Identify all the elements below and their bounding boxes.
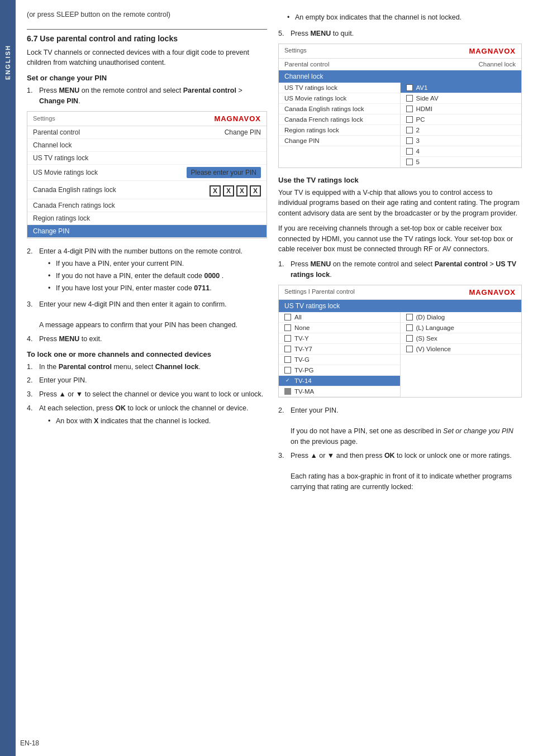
- tr-l: (L) Language: [401, 323, 522, 333]
- cl-region: Region ratings lock: [279, 125, 400, 136]
- checkbox-none: [284, 324, 291, 331]
- left-column: (or press SLEEP button on the remote con…: [27, 10, 267, 745]
- tr-tv-14: TV-14: [279, 376, 400, 386]
- settings-row-channel-lock: Channel lock: [27, 139, 266, 152]
- tr-tv-g: TV-G: [279, 355, 400, 365]
- lock-step-3: 3. Press ▲ or ▼ to select the channel or…: [27, 389, 267, 400]
- top-bullets: An empty box indicates that the channel …: [278, 12, 522, 23]
- use-tv-ratings-heading: Use the TV ratings lock: [278, 176, 522, 184]
- tv-ratings-panel-header: Settings I Parental control MAGNAVOX: [279, 285, 521, 300]
- tv-ratings-right: (D) Dialog (L) Language (S) Sex (V) Viol…: [401, 312, 522, 397]
- tv-ratings-panel: Settings I Parental control MAGNAVOX US …: [278, 285, 522, 398]
- settings-row-canada-eng: Canada English ratings lock X X X X: [27, 181, 266, 199]
- set-pin-heading: Set or change your PIN: [27, 74, 267, 82]
- pin-box-1: X: [210, 185, 221, 197]
- settings-row-us-tv: US TV ratings lock: [27, 152, 266, 165]
- checkbox-pc: [406, 116, 413, 123]
- channel-lock-body: US TV ratings lock US Movie ratings lock…: [279, 83, 521, 168]
- checkbox-s: [406, 335, 413, 342]
- cl-side-av: Side AV: [401, 93, 522, 104]
- ratings-steps-2-3: 2. Enter your PIN. If you do not have a …: [278, 405, 522, 492]
- cl-2: 2: [401, 125, 522, 136]
- settings-row-region: Region ratings lock: [27, 212, 266, 225]
- checkbox-v: [406, 346, 413, 352]
- right-column: An empty box indicates that the channel …: [278, 10, 522, 745]
- cl-3: 3: [401, 136, 522, 146]
- bullet-lost-pin: If you have lost your PIN, enter master …: [48, 283, 267, 294]
- tv-ratings-title: US TV ratings lock: [279, 300, 521, 312]
- cl-av1: AV1: [401, 83, 522, 93]
- checkbox-tv-14: [284, 377, 291, 384]
- checkbox-5: [406, 159, 413, 165]
- checkbox-av1: [406, 84, 413, 91]
- step-1: 1. Press MENU on the remote control and …: [27, 85, 267, 107]
- checkbox-tv-ma: [284, 388, 291, 395]
- side-tab: ENGLISH: [0, 0, 16, 756]
- checkbox-tv-pg: [284, 367, 291, 374]
- lock-step-4: 4. At each selection, press OK to lock o…: [27, 403, 267, 429]
- channel-lock-right: AV1 Side AV HDMI PC 2 3 4 5: [401, 83, 522, 168]
- checkbox-hdmi: [406, 106, 413, 112]
- cl-parental-row: Parental control Channel lock: [279, 59, 521, 70]
- checkbox-tv-y: [284, 335, 291, 342]
- channel-lock-title: Channel lock: [279, 70, 521, 83]
- settings-row-canada-fr: Canada French ratings lock: [27, 199, 266, 212]
- checkbox-tv-y7: [284, 346, 291, 352]
- channel-lock-left: US TV ratings lock US Movie ratings lock…: [279, 83, 401, 168]
- tr-s: (S) Sex: [401, 333, 522, 344]
- tr-d: (D) Dialog: [401, 312, 522, 323]
- tr-tv-y: TV-Y: [279, 333, 400, 344]
- cl-canada-fr: Canada French ratings lock: [279, 114, 400, 125]
- steps-2-4: 2. Enter a 4-digit PIN with the number b…: [27, 246, 267, 344]
- step-4: 4. Press MENU to exit.: [27, 334, 267, 344]
- settings-row-change-pin: Change PIN: [27, 225, 266, 238]
- section-67-heading: 6.7 Use parental control and rating lock…: [27, 29, 267, 43]
- lock-step-1: 1. In the Parental control menu, select …: [27, 362, 267, 372]
- step-3: 3. Enter your new 4-digit PIN and then e…: [27, 299, 267, 331]
- lock-channels-steps: 1. In the Parental control menu, select …: [27, 362, 267, 429]
- set-pin-steps: 1. Press MENU on the remote control and …: [27, 85, 267, 107]
- tr-none: None: [279, 323, 400, 333]
- checkbox-4: [406, 148, 413, 155]
- cl-hdmi: HDMI: [401, 104, 522, 114]
- tr-v: (V) Violence: [401, 344, 522, 355]
- bullet-empty-box: An empty box indicates that the channel …: [287, 12, 522, 23]
- tr-tv-y7: TV-Y7: [279, 344, 400, 355]
- bullet-x-locked: An box with X indicates that the channel…: [48, 416, 267, 427]
- checkbox-2: [406, 127, 413, 133]
- cl-us-tv: US TV ratings lock: [279, 83, 400, 93]
- intro-text: (or press SLEEP button on the remote con…: [27, 10, 267, 20]
- tv-ratings-left: All None TV-Y TV-Y7 TV-G TV-PG TV-14 TV-…: [279, 312, 401, 397]
- checkbox-side-av: [406, 95, 413, 102]
- cl-4: 4: [401, 146, 522, 157]
- tv-ratings-step1-list: 1. Press MENU on the remote control and …: [278, 259, 522, 280]
- checkbox-3: [406, 137, 413, 144]
- cl-canada-eng: Canada English ratings lock: [279, 104, 400, 114]
- checkbox-d: [406, 314, 413, 320]
- page-number: EN-18: [20, 739, 39, 747]
- cl-5: 5: [401, 157, 522, 168]
- ratings-step-3: 3. Press ▲ or ▼ and then press OK to loc…: [278, 451, 522, 492]
- tv-ratings-step-1: 1. Press MENU on the remote control and …: [278, 259, 522, 280]
- tv-ratings-body: All None TV-Y TV-Y7 TV-G TV-PG TV-14 TV-…: [279, 312, 521, 397]
- tv-ratings-para1: Your TV is equipped with a V-chip that a…: [278, 188, 522, 219]
- lock-channels-heading: To lock one or more channels and connect…: [27, 350, 267, 358]
- channel-lock-header: Settings MAGNAVOX: [279, 44, 521, 59]
- step-2: 2. Enter a 4-digit PIN with the number b…: [27, 246, 267, 296]
- step-5-quit: 5. Press MENU to quit.: [278, 28, 522, 39]
- tr-tv-ma: TV-MA: [279, 386, 400, 397]
- checkbox-tv-g: [284, 356, 291, 363]
- bullet-no-pin: If you do not have a PIN, enter the defa…: [48, 271, 267, 281]
- ratings-step-2: 2. Enter your PIN. If you do not have a …: [278, 405, 522, 447]
- cl-us-movie: US Movie ratings lock: [279, 93, 400, 104]
- cl-pc: PC: [401, 114, 522, 125]
- pin-box-2: X: [223, 185, 234, 197]
- settings-panel-header: Settings MAGNAVOX: [27, 112, 266, 126]
- channel-lock-panel: Settings MAGNAVOX Parental control Chann…: [278, 44, 522, 168]
- checkbox-l: [406, 324, 413, 331]
- settings-row-us-movie: US Movie ratings lock Please enter your …: [27, 165, 266, 181]
- section-67-body: Lock TV channels or connected devices wi…: [27, 47, 267, 69]
- pin-box-4: X: [250, 185, 261, 197]
- pin-placeholder: X X X X: [210, 185, 261, 197]
- settings-row-parental: Parental control Change PIN: [27, 126, 266, 139]
